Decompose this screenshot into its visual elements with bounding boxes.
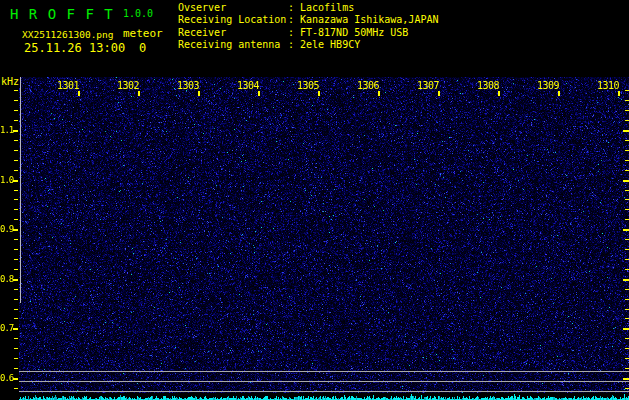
info-label: Ovserver	[178, 2, 288, 14]
freq-tick	[623, 130, 629, 132]
time-axis-label: 1301	[57, 80, 79, 91]
freq-tick	[13, 229, 18, 231]
reference-line	[19, 381, 629, 382]
info-row: Receiving Location:Kanazawa Ishikawa,JAP…	[178, 14, 438, 26]
output-filename: XX2511261300.png	[22, 29, 114, 40]
hrofft-screen: H R O F F T 1.0.0 XX2511261300.png meteo…	[0, 0, 629, 400]
time-axis-label: 1305	[297, 80, 319, 91]
freq-tick	[625, 269, 629, 270]
freq-tick	[13, 130, 18, 132]
echo-count: 0	[139, 41, 146, 55]
info-separator: :	[288, 14, 300, 26]
freq-tick	[14, 219, 18, 220]
freq-tick	[14, 259, 18, 260]
freq-tick	[625, 358, 629, 359]
freq-tick	[14, 299, 18, 300]
freq-tick	[14, 190, 18, 191]
freq-tick	[625, 388, 629, 389]
time-axis-label: 1304	[237, 80, 259, 91]
freq-tick	[625, 338, 629, 339]
freq-tick	[14, 110, 18, 111]
time-axis-label: 1303	[177, 80, 199, 91]
info-row: Receiver:FT-817ND 50MHz USB	[178, 27, 438, 39]
time-tick	[198, 91, 200, 96]
freq-tick	[623, 180, 629, 182]
freq-tick	[625, 249, 629, 250]
reference-line	[19, 391, 629, 392]
freq-tick	[14, 358, 18, 359]
freq-tick	[623, 378, 629, 380]
info-row: Receiving antenna:2ele HB9CY	[178, 39, 438, 51]
freq-tick	[625, 170, 629, 171]
freq-tick	[14, 289, 18, 290]
freq-tick	[14, 160, 18, 161]
freq-tick	[625, 239, 629, 240]
freq-tick	[625, 219, 629, 220]
freq-tick	[625, 289, 629, 290]
freq-tick	[625, 199, 629, 200]
freq-tick	[625, 110, 629, 111]
freq-tick	[14, 150, 18, 151]
app-version: 1.0.0	[123, 8, 153, 19]
freq-tick	[14, 368, 18, 369]
freq-tick	[625, 120, 629, 121]
spectrogram-noise-canvas	[19, 77, 629, 393]
time-tick	[138, 91, 140, 96]
freq-tick	[625, 100, 629, 101]
freq-tick	[14, 199, 18, 200]
info-label: Receiving antenna	[178, 39, 288, 51]
freq-tick	[14, 209, 18, 210]
freq-tick	[14, 388, 18, 389]
freq-tick	[14, 309, 18, 310]
info-value: Lacofilms	[300, 2, 354, 13]
info-separator: :	[288, 27, 300, 39]
freq-tick	[14, 140, 18, 141]
time-tick	[378, 91, 380, 96]
info-label: Receiver	[178, 27, 288, 39]
freq-tick	[14, 100, 18, 101]
freq-tick	[625, 190, 629, 191]
freq-tick	[625, 348, 629, 349]
info-value: 2ele HB9CY	[300, 39, 360, 50]
freq-tick	[625, 259, 629, 260]
freq-tick	[625, 318, 629, 319]
signal-level-trace-canvas	[19, 393, 629, 400]
freq-tick	[625, 150, 629, 151]
time-tick	[318, 91, 320, 96]
left-edge-reference-line	[20, 77, 21, 303]
time-tick	[618, 91, 620, 96]
time-tick	[558, 91, 560, 96]
time-tick	[498, 91, 500, 96]
frame-timestamp: 25.11.26 13:00	[24, 41, 125, 55]
time-axis-label: 1307	[417, 80, 439, 91]
freq-tick	[14, 239, 18, 240]
freq-tick	[14, 249, 18, 250]
freq-tick	[625, 90, 629, 91]
observer-info-block: Ovserver:LacofilmsReceiving Location:Kan…	[178, 2, 438, 52]
freq-tick	[623, 279, 629, 281]
freq-tick	[625, 309, 629, 310]
time-axis-label: 1302	[117, 80, 139, 91]
freq-tick	[625, 140, 629, 141]
freq-tick	[625, 209, 629, 210]
info-value: FT-817ND 50MHz USB	[300, 27, 408, 38]
freq-tick	[623, 229, 629, 231]
freq-tick	[14, 348, 18, 349]
freq-tick	[625, 368, 629, 369]
reference-line	[19, 371, 629, 372]
freq-axis-unit: kHz	[1, 76, 19, 87]
freq-tick	[14, 120, 18, 121]
info-separator: :	[288, 2, 300, 14]
time-tick	[78, 91, 80, 96]
info-row: Ovserver:Lacofilms	[178, 2, 438, 14]
time-axis-label: 1306	[357, 80, 379, 91]
freq-tick	[13, 328, 18, 330]
time-tick	[438, 91, 440, 96]
info-label: Receiving Location	[178, 14, 288, 26]
freq-tick	[14, 90, 18, 91]
time-axis-label: 1309	[537, 80, 559, 91]
info-separator: :	[288, 39, 300, 51]
freq-tick	[14, 170, 18, 171]
freq-tick	[623, 328, 629, 330]
freq-tick	[13, 378, 18, 380]
